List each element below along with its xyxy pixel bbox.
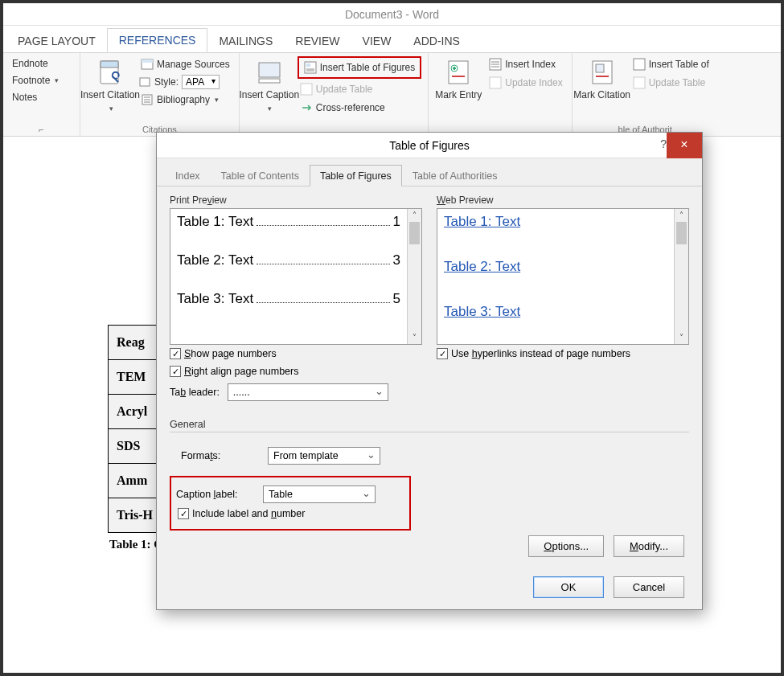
table-row[interactable]: SDS: [109, 429, 162, 464]
svg-rect-12: [306, 64, 310, 67]
bibliography-button[interactable]: Bibliography: [138, 92, 232, 108]
use-hyperlinks-checkbox[interactable]: ✓Use hyperlinks instead of page numbers: [437, 348, 689, 359]
svg-rect-15: [301, 84, 312, 95]
update-toa-icon: [633, 76, 646, 89]
show-page-numbers-checkbox[interactable]: ✓Show page numbers: [170, 348, 422, 359]
dialog-tab-strip: Index Table of Contents Table of Figures…: [157, 158, 702, 186]
svg-rect-3: [142, 59, 153, 63]
table-row[interactable]: Amm: [109, 464, 162, 498]
window-title: Document3 - Word: [3, 3, 781, 26]
insert-toa-button[interactable]: Insert Table of: [630, 56, 712, 72]
svg-rect-1: [101, 61, 118, 68]
caption-label-label: Caption label:: [176, 489, 253, 500]
caption-label-highlight: Caption label: Table ✓Include label and …: [170, 476, 411, 531]
print-preview-item: Table 1: Text1: [177, 214, 400, 230]
style-label: Style:: [154, 76, 179, 88]
update-index-button: Update Index: [486, 75, 564, 91]
print-preview-item: Table 2: Text3: [177, 252, 400, 268]
modify-button[interactable]: Modify...: [614, 535, 684, 557]
caption-icon: [255, 58, 284, 87]
right-align-checkbox[interactable]: ✓Right align page numbers: [170, 366, 422, 377]
sources-icon: [141, 58, 154, 71]
dialog-help-button[interactable]: ?: [660, 137, 667, 150]
tab-leader-label: Tab leader:: [170, 387, 220, 398]
print-preview-box: Table 1: Text1 Table 2: Text3 Table 3: T…: [170, 208, 422, 345]
svg-rect-20: [452, 76, 465, 77]
svg-rect-30: [634, 77, 645, 88]
dialog-close-button[interactable]: ×: [667, 133, 702, 158]
footnotes-group-launcher[interactable]: ⌐: [10, 125, 73, 134]
web-preview-box: Table 1: Text Table 2: Text Table 3: Tex…: [437, 208, 689, 345]
dialog-tab-tof[interactable]: Table of Figures: [310, 165, 402, 186]
dialog-tab-toa[interactable]: Table of Authorities: [402, 165, 508, 186]
print-preview-label: Print Preview: [170, 195, 422, 206]
manage-sources-button[interactable]: Manage Sources: [138, 56, 232, 72]
table-row[interactable]: Reag: [109, 326, 162, 360]
style-icon: [138, 76, 151, 88]
insert-caption-button[interactable]: Insert Caption: [246, 56, 293, 114]
update-index-icon: [489, 76, 502, 89]
svg-rect-10: [259, 79, 280, 83]
dialog-tab-index[interactable]: Index: [165, 165, 211, 186]
table-of-figures-dialog: Table of Figures ? × Index Table of Cont…: [156, 132, 703, 610]
crossref-icon: [300, 101, 313, 114]
formats-select[interactable]: From template: [268, 447, 380, 465]
close-icon: ×: [680, 137, 688, 151]
next-footnote-button[interactable]: Footnote: [10, 73, 61, 88]
web-preview-scrollbar[interactable]: ˄˅: [674, 209, 688, 344]
tof-icon: [304, 61, 317, 74]
tab-addins[interactable]: ADD-INS: [402, 30, 471, 52]
tab-page-layout[interactable]: PAGE LAYOUT: [6, 30, 107, 52]
dialog-tab-toc[interactable]: Table of Contents: [211, 165, 310, 186]
citation-icon: [96, 58, 125, 87]
insert-index-button[interactable]: Insert Index: [486, 56, 564, 72]
svg-rect-25: [490, 77, 501, 88]
insert-table-of-figures-button[interactable]: Insert Table of Figures: [298, 56, 422, 79]
update-icon: [300, 83, 313, 96]
tab-leader-select[interactable]: ......: [228, 383, 388, 401]
table-row[interactable]: TEM: [109, 360, 162, 395]
toa-icon: [633, 58, 646, 71]
table-row[interactable]: Acryl: [109, 395, 162, 429]
web-preview-label: Web Preview: [437, 195, 689, 206]
web-preview-link: Table 3: Text: [444, 304, 667, 320]
cross-reference-button[interactable]: Cross-reference: [298, 100, 422, 116]
mark-citation-icon: [588, 58, 617, 87]
mark-citation-button[interactable]: Mark Citation: [579, 56, 626, 103]
tab-review[interactable]: REVIEW: [284, 30, 351, 52]
mark-entry-button[interactable]: Mark Entry: [435, 56, 482, 103]
insert-citation-button[interactable]: Insert Citation: [87, 56, 133, 114]
ok-button[interactable]: OK: [533, 576, 604, 598]
svg-rect-28: [596, 64, 604, 72]
dialog-title: Table of Figures: [389, 139, 470, 152]
caption-label-select[interactable]: Table: [263, 485, 376, 503]
options-button[interactable]: Options...: [528, 535, 604, 557]
include-label-checkbox[interactable]: ✓Include label and number: [178, 508, 404, 519]
formats-label: Formats:: [181, 450, 258, 461]
ribbon-tab-strip: PAGE LAYOUT REFERENCES MAILINGS REVIEW V…: [3, 26, 781, 53]
document-table[interactable]: Reag TEM Acryl SDS Amm Tris-H: [108, 325, 162, 533]
svg-rect-27: [596, 76, 609, 77]
show-notes-button[interactable]: Notes: [10, 90, 39, 104]
tab-mailings[interactable]: MAILINGS: [207, 30, 284, 52]
mark-entry-icon: [444, 58, 473, 87]
print-preview-item: Table 3: Text5: [177, 291, 400, 307]
insert-endnote-button[interactable]: Endnote: [10, 56, 51, 71]
ribbon: Endnote Footnote Notes ⌐ Insert Citation: [3, 53, 781, 137]
tab-references[interactable]: REFERENCES: [107, 28, 208, 52]
bibliography-icon: [141, 93, 154, 106]
print-preview-scrollbar[interactable]: ˄˅: [407, 209, 421, 344]
index-icon: [489, 58, 502, 71]
web-preview-link: Table 1: Text: [444, 214, 667, 230]
general-section-label: General: [170, 419, 689, 432]
tab-view[interactable]: VIEW: [351, 30, 403, 52]
table-row[interactable]: Tris-H: [109, 498, 162, 533]
citation-style-select[interactable]: APA: [182, 75, 220, 89]
update-toa-button: Update Table: [630, 75, 712, 91]
svg-rect-9: [259, 63, 280, 77]
web-preview-link: Table 2: Text: [444, 259, 667, 275]
cancel-button[interactable]: Cancel: [614, 576, 684, 598]
svg-rect-29: [634, 59, 645, 70]
svg-rect-4: [140, 78, 150, 86]
update-tof-button: Update Table: [298, 81, 422, 97]
